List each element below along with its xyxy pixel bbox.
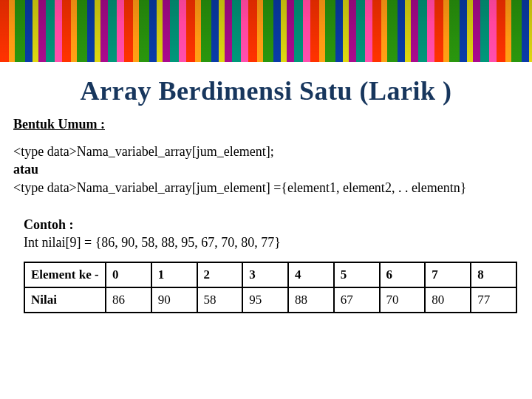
index-cell: 7: [425, 262, 471, 287]
index-cell: 3: [242, 262, 288, 287]
index-cell: 2: [197, 262, 243, 287]
example-declaration: Int nilai[9] = {86, 90, 58, 88, 95, 67, …: [24, 233, 519, 251]
syntax-block: <type data>Nama_variabel_array[jum_eleme…: [13, 143, 519, 197]
value-cell: 70: [380, 287, 426, 313]
index-cell: 5: [334, 262, 380, 287]
section-heading: Bentuk Umum :: [13, 117, 519, 132]
value-cell: 77: [471, 287, 516, 313]
value-cell: 67: [334, 287, 380, 313]
slide-body: Array Berdimensi Satu (Larik ) Bentuk Um…: [0, 65, 532, 313]
index-cell: 8: [471, 262, 516, 287]
value-cell: 95: [242, 287, 288, 313]
page-title: Array Berdimensi Satu (Larik ): [13, 75, 519, 106]
array-table: Element ke - 0 1 2 3 4 5 6 7 8 Nilai 86 …: [24, 262, 517, 313]
syntax-line-1: <type data>Nama_variabel_array[jum_eleme…: [13, 143, 519, 160]
table-row: Element ke - 0 1 2 3 4 5 6 7 8: [24, 262, 516, 287]
value-cell: 88: [288, 287, 334, 313]
index-cell: 4: [288, 262, 334, 287]
value-cell: 58: [197, 287, 243, 313]
example-block: Contoh : Int nilai[9] = {86, 90, 58, 88,…: [13, 216, 519, 252]
row-header-index: Element ke -: [24, 262, 106, 287]
example-label: Contoh :: [24, 216, 519, 233]
index-cell: 1: [151, 262, 197, 287]
row-header-value: Nilai: [24, 287, 106, 313]
syntax-line-2: <type data>Nama_variabel_array[jum_eleme…: [13, 179, 519, 197]
value-cell: 80: [425, 287, 471, 313]
syntax-or: atau: [13, 160, 519, 178]
index-cell: 6: [380, 262, 426, 287]
value-cell: 86: [106, 287, 151, 313]
table-row: Nilai 86 90 58 95 88 67 70 80 77: [24, 287, 516, 313]
value-cell: 90: [151, 287, 197, 313]
decorative-banner: [0, 0, 532, 65]
index-cell: 0: [106, 262, 151, 287]
